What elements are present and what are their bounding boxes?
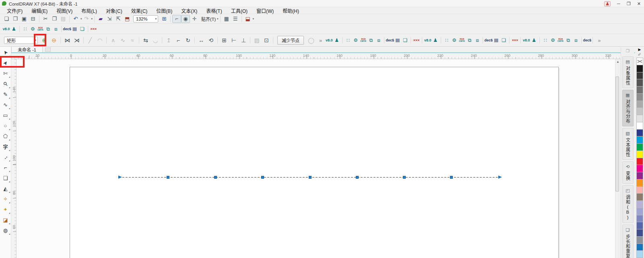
page[interactable] bbox=[70, 67, 559, 258]
menu-item-5[interactable]: 效果(C) bbox=[127, 7, 152, 14]
reflect-nodes-h-icon[interactable]: ⊢ bbox=[229, 35, 239, 45]
color-swatch[interactable] bbox=[636, 158, 643, 165]
copy-icon[interactable]: ❐ bbox=[50, 15, 59, 23]
scroll-up-icon[interactable]: ▲ bbox=[615, 59, 620, 64]
color-swatch[interactable] bbox=[636, 115, 643, 122]
plugin-version-label[interactable]: v8.0 bbox=[325, 36, 333, 44]
extend-curve-icon[interactable]: ⌐ bbox=[173, 35, 183, 45]
auto-close-icon[interactable]: ↻ bbox=[183, 35, 193, 45]
menu-item-11[interactable]: 帮助(H) bbox=[278, 7, 303, 14]
docker-tab-align-distribute[interactable]: ▦对齐与分布 bbox=[622, 90, 634, 126]
color-swatch[interactable] bbox=[636, 129, 643, 137]
show-grid-icon[interactable]: ◉ bbox=[181, 15, 190, 23]
freehand-tool[interactable]: ✎ bbox=[1, 89, 10, 99]
menu-item-3[interactable]: 布局(L) bbox=[77, 7, 101, 14]
plugin-dec-icon[interactable]: dec$ bbox=[63, 25, 71, 33]
reverse-direction-icon[interactable]: ⇆ bbox=[141, 35, 151, 45]
plugin-grid-dots-icon[interactable]: ∷ bbox=[344, 36, 352, 44]
minimize-button[interactable]: ─ bbox=[617, 2, 620, 6]
color-swatch[interactable] bbox=[636, 244, 643, 251]
publish-pdf-icon[interactable]: ⬒ bbox=[123, 15, 132, 23]
menu-item-10[interactable]: 窗口(W) bbox=[252, 7, 278, 14]
dimension-tool[interactable]: ↔ bbox=[1, 152, 10, 162]
shape-tool[interactable]: ➤ bbox=[1, 58, 10, 68]
rotate-skew-nodes-icon[interactable]: ⟲ bbox=[206, 35, 216, 45]
drop-shadow-tool[interactable]: ❑ bbox=[1, 173, 10, 183]
convert-to-curve-icon[interactable]: ◠ bbox=[95, 35, 105, 45]
color-swatch[interactable] bbox=[636, 79, 643, 87]
plugin-clipboard-icon[interactable]: ⧈ bbox=[572, 36, 580, 44]
options-icon[interactable]: ▦ bbox=[222, 15, 231, 23]
color-swatch[interactable] bbox=[636, 222, 643, 229]
color-swatch[interactable] bbox=[636, 229, 643, 237]
docker-tab-step-repeat[interactable]: ❏步长和重复 bbox=[622, 225, 634, 258]
plugin-rgb-cmyk-icon[interactable]: RGBCMYK bbox=[458, 36, 466, 44]
color-swatch[interactable] bbox=[636, 107, 643, 115]
plugin-grid-dots-icon[interactable]: ∷ bbox=[443, 36, 450, 44]
plugin-rgb-cmyk-icon[interactable]: RGBCMYK bbox=[557, 36, 564, 44]
curve-node[interactable] bbox=[356, 176, 359, 179]
align-nodes-icon[interactable]: ⊞ bbox=[219, 35, 229, 45]
document-tab[interactable]: 未命名 -1 bbox=[11, 46, 43, 52]
outline-pen-tool[interactable]: ◍ bbox=[1, 225, 10, 235]
ellipse-tool[interactable]: ○ bbox=[1, 121, 10, 130]
color-swatch[interactable] bbox=[636, 136, 643, 144]
reduce-nodes-button[interactable]: 减少节点 bbox=[277, 36, 304, 45]
plugin-xxx-icon[interactable]: ××× bbox=[511, 36, 519, 44]
color-swatch[interactable] bbox=[636, 151, 643, 158]
snap-to-label[interactable]: 贴齐(T) bbox=[201, 16, 216, 22]
plugin-xxx-icon[interactable]: ××× bbox=[90, 25, 97, 33]
color-swatch[interactable] bbox=[636, 193, 643, 201]
color-swatch[interactable] bbox=[636, 179, 643, 187]
plugin-grid-dots-icon[interactable]: ∷ bbox=[541, 36, 549, 44]
cut-icon[interactable]: ✂ bbox=[41, 15, 50, 23]
plugin-user-macro-icon[interactable]: ♟ bbox=[333, 36, 341, 44]
plugin-comb-icon[interactable]: |||| bbox=[394, 36, 401, 44]
palette-eyedropper-icon[interactable]: ✐ bbox=[638, 52, 641, 58]
redo-icon[interactable]: ↷ bbox=[82, 15, 91, 23]
toolbar-overflow-icon[interactable]: » bbox=[316, 37, 325, 43]
plugin-clipboard-icon[interactable]: ⧈ bbox=[375, 36, 382, 44]
rectangle-tool[interactable]: ▭ bbox=[1, 110, 10, 120]
menu-item-1[interactable]: 编辑(E) bbox=[27, 7, 52, 14]
smooth-node-icon[interactable]: ∿ bbox=[118, 35, 128, 45]
convert-to-line-icon[interactable]: ╱ bbox=[85, 35, 95, 45]
elastic-mode-icon[interactable]: ▨ bbox=[252, 35, 262, 45]
scrollbar-thumb[interactable] bbox=[615, 76, 619, 192]
close-button[interactable]: ✕ bbox=[637, 2, 641, 6]
plugin-gear-sync-icon[interactable]: ⚙ bbox=[352, 36, 359, 44]
menu-item-9[interactable]: 工具(O) bbox=[227, 7, 252, 14]
color-swatch[interactable] bbox=[636, 186, 643, 194]
curve-node[interactable] bbox=[309, 176, 312, 179]
curve-node[interactable] bbox=[214, 176, 217, 179]
menu-item-6[interactable]: 位图(B) bbox=[152, 7, 177, 14]
undo-icon[interactable]: ↶ bbox=[71, 15, 80, 23]
crop-tool[interactable]: ✄ bbox=[1, 68, 10, 78]
connector-tool[interactable]: ⌐ bbox=[1, 163, 10, 172]
docker-tab-blend[interactable]: ◰调和(B) bbox=[622, 185, 634, 223]
curve-node[interactable] bbox=[450, 176, 453, 179]
extract-subpath-icon[interactable]: ↥ bbox=[164, 35, 173, 45]
color-swatch[interactable] bbox=[636, 72, 643, 80]
join-nodes-icon[interactable]: ⋈ bbox=[62, 35, 72, 45]
plugin-clipboard-icon[interactable]: ⧈ bbox=[473, 36, 481, 44]
export-icon[interactable]: ⇱ bbox=[114, 15, 123, 23]
restore-button[interactable]: ❐ bbox=[627, 2, 631, 6]
plugin-user-macro-icon[interactable]: ♟ bbox=[431, 36, 439, 44]
plugin-grid-dots-icon[interactable]: ∷ bbox=[21, 25, 29, 33]
color-swatch[interactable] bbox=[636, 215, 643, 223]
plugin-gear-sync-icon[interactable]: ⚙ bbox=[29, 25, 37, 33]
docker-tab-object-properties[interactable]: ▤对象属性 bbox=[622, 56, 634, 88]
plugin-dec-icon[interactable]: dec$ bbox=[485, 36, 492, 44]
transparency-tool[interactable]: ◭ bbox=[1, 184, 10, 193]
plugin-version-label[interactable]: v8.0 bbox=[522, 36, 530, 44]
plugin-layers-icon[interactable]: ❏ bbox=[78, 25, 86, 33]
no-color-swatch[interactable] bbox=[636, 58, 643, 65]
welcome-screen-icon[interactable]: ⬓ bbox=[244, 15, 252, 23]
menu-item-4[interactable]: 对象(C) bbox=[101, 7, 127, 14]
color-swatch[interactable] bbox=[636, 172, 643, 180]
plugin-user-macro-icon[interactable]: ♟ bbox=[530, 36, 538, 44]
color-swatch[interactable] bbox=[636, 165, 643, 172]
zoom-tool[interactable]: ⚲ bbox=[1, 79, 10, 89]
color-swatch[interactable] bbox=[636, 122, 643, 130]
